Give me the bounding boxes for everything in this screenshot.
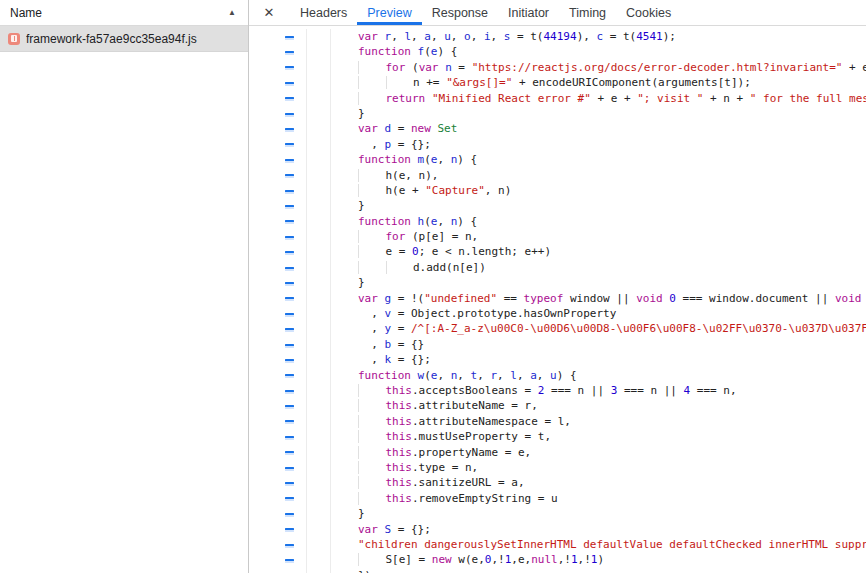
code-line-row: var S = {}; bbox=[249, 522, 866, 537]
fold-marker-icon[interactable] bbox=[285, 66, 294, 68]
code-token: a bbox=[530, 369, 537, 382]
fold-marker-icon[interactable] bbox=[285, 482, 294, 484]
fold-marker-icon[interactable] bbox=[285, 220, 294, 222]
fold-gutter bbox=[249, 398, 307, 413]
line-number-gutter bbox=[307, 214, 331, 229]
tab-initiator[interactable]: Initiator bbox=[498, 0, 559, 25]
code-token: = !( bbox=[391, 292, 424, 305]
fold-gutter bbox=[249, 168, 307, 183]
code-token: var bbox=[358, 30, 378, 43]
code-line: this.type = n, bbox=[331, 460, 866, 475]
fold-marker-icon[interactable] bbox=[285, 267, 294, 269]
fold-marker-icon[interactable] bbox=[285, 205, 294, 207]
code-token: e = bbox=[386, 245, 413, 258]
code-token: ,! bbox=[491, 553, 504, 566]
fold-marker-icon[interactable] bbox=[285, 282, 294, 284]
code-token: this bbox=[386, 446, 413, 459]
source-preview[interactable]: var r, l, a, u, o, i, s = t(44194), c = … bbox=[249, 26, 866, 573]
tab-timing[interactable]: Timing bbox=[559, 0, 616, 25]
code-line: this.attributeName = r, bbox=[331, 398, 866, 413]
tab-preview[interactable]: Preview bbox=[357, 0, 421, 25]
fold-marker-icon[interactable] bbox=[285, 497, 294, 499]
line-number-gutter bbox=[307, 352, 331, 367]
code-token: .sanitizeURL = a, bbox=[412, 476, 525, 489]
code-token bbox=[378, 30, 385, 43]
code-token: ( bbox=[424, 45, 431, 58]
fold-marker-icon[interactable] bbox=[285, 36, 294, 38]
line-number-gutter bbox=[307, 44, 331, 59]
fold-marker-icon[interactable] bbox=[285, 390, 294, 392]
line-number-gutter bbox=[307, 244, 331, 259]
code-line-row: var g = !("undefined" == typeof window |… bbox=[249, 291, 866, 306]
line-number-gutter bbox=[307, 29, 331, 44]
request-row-selected[interactable]: framework-fa57ae9cc35ea94f.js bbox=[0, 26, 248, 52]
code-token: typeof bbox=[524, 292, 564, 305]
code-line-row: n += "&args[]=" + encodeURIComponent(arg… bbox=[249, 75, 866, 90]
fold-marker-icon[interactable] bbox=[285, 405, 294, 407]
fold-marker-icon[interactable] bbox=[285, 513, 294, 515]
fold-marker-icon[interactable] bbox=[285, 328, 294, 330]
fold-marker-icon[interactable] bbox=[285, 559, 294, 561]
fold-marker-icon[interactable] bbox=[285, 451, 294, 453]
code-token: , bbox=[437, 215, 450, 228]
fold-marker-icon[interactable] bbox=[285, 374, 294, 376]
close-icon[interactable]: ✕ bbox=[261, 0, 277, 25]
tab-headers[interactable]: Headers bbox=[290, 0, 357, 25]
code-line: , b = {} bbox=[331, 337, 866, 352]
code-token: , bbox=[437, 153, 450, 166]
fold-marker-icon[interactable] bbox=[285, 436, 294, 438]
fold-marker-icon[interactable] bbox=[285, 420, 294, 422]
fold-marker-icon[interactable] bbox=[285, 128, 294, 130]
line-number-gutter bbox=[307, 491, 331, 506]
code-line-row: this.sanitizeURL = a, bbox=[249, 475, 866, 490]
fold-marker-icon[interactable] bbox=[285, 97, 294, 99]
fold-marker-icon[interactable] bbox=[285, 251, 294, 253]
code-line-row: S[e] = new w(e,0,!1,e,null,!1,!1) bbox=[249, 552, 866, 567]
fold-marker-icon[interactable] bbox=[285, 313, 294, 315]
code-line: e = 0; e < n.length; e++) bbox=[331, 244, 866, 259]
code-token: return bbox=[386, 92, 426, 105]
code-token: void bbox=[636, 292, 663, 305]
fold-marker-icon[interactable] bbox=[285, 467, 294, 469]
fold-marker-icon[interactable] bbox=[285, 344, 294, 346]
code-token: } bbox=[358, 276, 365, 289]
indent-guide bbox=[358, 261, 386, 274]
fold-gutter bbox=[249, 445, 307, 460]
code-token: "Capture" bbox=[425, 184, 485, 197]
code-line: "children dangerouslySetInnerHTML defaul… bbox=[331, 537, 866, 552]
fold-marker-icon[interactable] bbox=[285, 359, 294, 361]
code-token: = t( bbox=[510, 30, 543, 43]
code-token: 1 bbox=[571, 553, 578, 566]
code-token: .acceptsBooleans = bbox=[412, 384, 538, 397]
line-number-gutter bbox=[307, 106, 331, 121]
code-token: this bbox=[386, 492, 413, 505]
name-column-header[interactable]: Name ▲ bbox=[0, 0, 248, 26]
fold-marker-icon[interactable] bbox=[285, 159, 294, 161]
line-number-gutter bbox=[307, 429, 331, 444]
code-token: new bbox=[411, 122, 431, 135]
code-token: , bbox=[437, 369, 450, 382]
code-token bbox=[378, 292, 385, 305]
code-line-row: , p = {}; bbox=[249, 137, 866, 152]
tab-cookies[interactable]: Cookies bbox=[616, 0, 681, 25]
fold-gutter bbox=[249, 291, 307, 306]
line-number-gutter bbox=[307, 321, 331, 336]
code-token: ) bbox=[597, 553, 604, 566]
fold-marker-icon[interactable] bbox=[285, 297, 294, 299]
code-token bbox=[411, 153, 418, 166]
code-line: h(e, n), bbox=[331, 168, 866, 183]
fold-marker-icon[interactable] bbox=[285, 51, 294, 53]
fold-marker-icon[interactable] bbox=[285, 190, 294, 192]
fold-marker-icon[interactable] bbox=[285, 544, 294, 546]
code-token: , bbox=[517, 369, 530, 382]
fold-marker-icon[interactable] bbox=[285, 143, 294, 145]
code-line: this.propertyName = e, bbox=[331, 445, 866, 460]
fold-marker-icon[interactable] bbox=[285, 528, 294, 530]
fold-marker-icon[interactable] bbox=[285, 82, 294, 84]
fold-marker-icon[interactable] bbox=[285, 113, 294, 115]
fold-marker-icon[interactable] bbox=[285, 236, 294, 238]
fold-marker-icon[interactable] bbox=[285, 174, 294, 176]
tab-response[interactable]: Response bbox=[422, 0, 498, 25]
code-token: var bbox=[358, 292, 378, 305]
code-token: Set bbox=[438, 122, 458, 135]
